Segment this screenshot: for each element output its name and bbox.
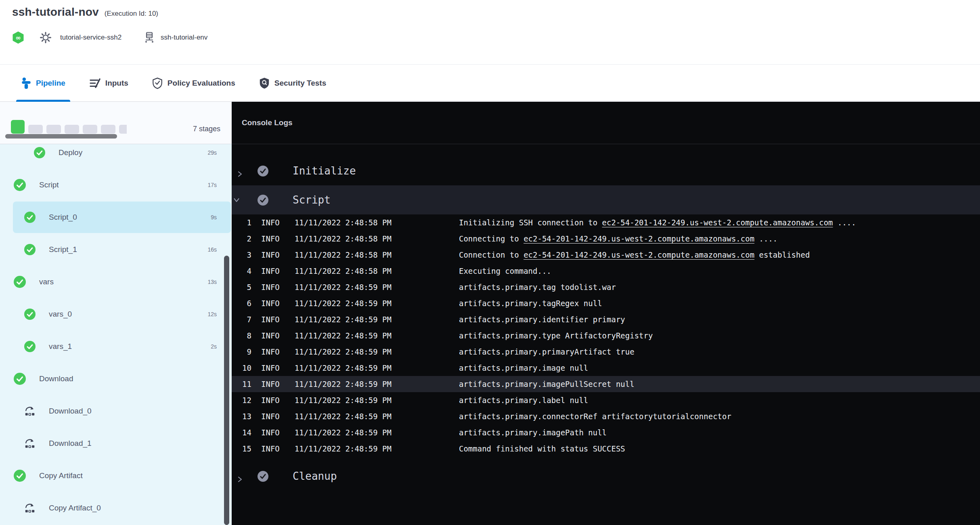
log-section-row[interactable]: Initialize <box>232 156 980 185</box>
stage-square-pending[interactable] <box>83 125 97 134</box>
log-line-number[interactable]: 12 <box>232 396 251 405</box>
service-gear-icon <box>40 32 52 44</box>
success-check-icon <box>24 244 36 255</box>
log-line[interactable]: 9 INFO 11/11/2022 2:48:59 PM artifacts.p… <box>232 344 980 360</box>
log-message: Command finished with status SUCCESS <box>459 444 625 453</box>
log-host-link[interactable]: ec2-54-201-142-249.us-west-2.compute.ama… <box>524 250 754 259</box>
stage-row[interactable]: Copy Artifact_0 <box>0 492 232 524</box>
stage-duration: 13s <box>207 279 217 285</box>
stage-row[interactable]: vars 13s <box>0 266 232 298</box>
tab-policy-evaluations[interactable]: Policy Evaluations <box>147 65 240 101</box>
tab-security-tests[interactable]: Security Tests <box>254 65 331 101</box>
stage-label: Deploy <box>59 148 82 157</box>
stage-row[interactable]: Copy Artifact <box>0 460 232 492</box>
stage-duration: 16s <box>207 246 217 253</box>
log-line[interactable]: 2 INFO 11/11/2022 2:48:58 PM Connecting … <box>232 231 980 247</box>
log-host-link[interactable]: ec2-54-201-142-249.us-west-2.compute.ama… <box>524 234 754 243</box>
success-check-icon <box>258 166 268 176</box>
log-line-number[interactable]: 1 <box>232 218 251 227</box>
log-line-number[interactable]: 2 <box>232 234 251 243</box>
command-step-icon <box>24 405 36 417</box>
log-host-link[interactable]: ec2-54-201-142-249.us-west-2.compute.ama… <box>602 218 833 227</box>
log-line[interactable]: 10 INFO 11/11/2022 2:48:59 PM artifacts.… <box>232 360 980 376</box>
stage-square-pending[interactable] <box>46 125 61 134</box>
chevron-icon[interactable] <box>237 168 243 174</box>
tab-label: Inputs <box>105 79 128 88</box>
log-line[interactable]: 3 INFO 11/11/2022 2:48:58 PM Connection … <box>232 247 980 263</box>
console-header: Console Logs <box>232 102 980 144</box>
log-line-number[interactable]: 3 <box>232 250 251 259</box>
log-line-number[interactable]: 13 <box>232 412 251 421</box>
chevron-icon[interactable] <box>237 473 243 479</box>
chevron-down-icon[interactable] <box>233 197 240 203</box>
tab-pipeline[interactable]: Pipeline <box>16 65 70 101</box>
log-line[interactable]: 1 INFO 11/11/2022 2:48:58 PM Initializin… <box>232 214 980 231</box>
stage-progress-strip[interactable] <box>11 120 127 134</box>
chevron-icon[interactable] <box>237 197 243 203</box>
stage-row[interactable]: vars_1 2s <box>0 330 232 363</box>
log-line[interactable]: 12 INFO 11/11/2022 2:48:59 PM artifacts.… <box>232 392 980 408</box>
log-line[interactable]: 6 INFO 11/11/2022 2:48:59 PM artifacts.p… <box>232 295 980 311</box>
log-line-number[interactable]: 14 <box>232 428 251 437</box>
log-line-number[interactable]: 9 <box>232 347 251 356</box>
log-line[interactable]: 4 INFO 11/11/2022 2:48:58 PM Executing c… <box>232 263 980 279</box>
stage-row[interactable]: Download <box>0 363 232 395</box>
log-line-number[interactable]: 7 <box>232 315 251 324</box>
log-message: artifacts.primary.identifier primary <box>459 315 625 324</box>
stage-row[interactable]: vars_0 12s <box>0 298 232 330</box>
log-level: INFO <box>261 380 280 388</box>
stage-square-pending[interactable] <box>101 125 115 134</box>
stage-square-pending[interactable] <box>28 125 43 134</box>
security-shield-icon <box>259 77 270 89</box>
stage-duration: 29s <box>207 149 217 156</box>
log-line[interactable]: 14 INFO 11/11/2022 2:48:59 PM artifacts.… <box>232 424 980 441</box>
console-panel: Console Logs Initialize Script 1 INFO 11… <box>232 102 980 525</box>
stage-square-pending[interactable] <box>65 125 79 134</box>
success-check-icon <box>258 471 268 482</box>
log-line[interactable]: 11 INFO 11/11/2022 2:48:59 PM artifacts.… <box>232 376 980 392</box>
log-section-label: Initialize <box>293 165 356 177</box>
log-level: INFO <box>261 299 280 308</box>
stage-label: Download <box>39 374 73 383</box>
tab-label: Pipeline <box>36 79 65 88</box>
log-line[interactable]: 15 INFO 11/11/2022 2:48:59 PM Command fi… <box>232 441 980 457</box>
stage-square-pending[interactable] <box>119 125 127 134</box>
log-section-row[interactable]: Script <box>232 185 980 214</box>
stage-row[interactable]: Download_0 <box>0 395 232 427</box>
log-timestamp: 11/11/2022 2:48:59 PM <box>295 283 392 292</box>
tab-inputs[interactable]: Inputs <box>84 65 133 101</box>
log-line[interactable]: 13 INFO 11/11/2022 2:48:59 PM artifacts.… <box>232 408 980 424</box>
policy-shield-icon <box>152 77 163 89</box>
log-line-number[interactable]: 11 <box>232 380 251 388</box>
stage-progress-scrollbar[interactable] <box>5 134 117 139</box>
log-line[interactable]: 7 INFO 11/11/2022 2:48:59 PM artifacts.p… <box>232 311 980 328</box>
log-message: artifacts.primary.label null <box>459 396 588 405</box>
stage-row[interactable]: Download_1 <box>0 427 232 460</box>
log-line-number[interactable]: 8 <box>232 331 251 340</box>
stage-square-complete[interactable] <box>11 120 25 134</box>
log-line-number[interactable]: 6 <box>232 299 251 308</box>
log-line[interactable]: 8 INFO 11/11/2022 2:48:59 PM artifacts.p… <box>232 328 980 344</box>
log-timestamp: 11/11/2022 2:48:58 PM <box>295 218 392 227</box>
log-level: INFO <box>261 396 280 405</box>
log-line-number[interactable]: 4 <box>232 267 251 275</box>
log-level: INFO <box>261 267 280 275</box>
sidebar-scrollbar[interactable] <box>224 256 229 525</box>
log-line-number[interactable]: 5 <box>232 283 251 292</box>
log-timestamp: 11/11/2022 2:48:58 PM <box>295 234 392 243</box>
stage-label: vars <box>39 277 54 286</box>
chevron-right-icon[interactable] <box>237 476 243 483</box>
log-line-number[interactable]: 15 <box>232 444 251 453</box>
stage-row[interactable]: Script_1 16s <box>0 233 232 266</box>
log-timestamp: 11/11/2022 2:48:59 PM <box>295 347 392 356</box>
chevron-right-icon[interactable] <box>237 171 243 177</box>
log-line[interactable]: 5 INFO 11/11/2022 2:48:59 PM artifacts.p… <box>232 279 980 295</box>
command-step-icon <box>24 502 36 514</box>
log-section-row[interactable]: Cleanup <box>232 462 980 491</box>
log-line-number[interactable]: 10 <box>232 363 251 372</box>
inputs-icon <box>89 77 101 89</box>
log-timestamp: 11/11/2022 2:48:59 PM <box>295 315 392 324</box>
stage-row[interactable]: Script 17s <box>0 169 232 201</box>
stage-row[interactable]: Script_0 9s <box>0 201 232 233</box>
stage-label: Copy Artifact_0 <box>49 504 101 512</box>
